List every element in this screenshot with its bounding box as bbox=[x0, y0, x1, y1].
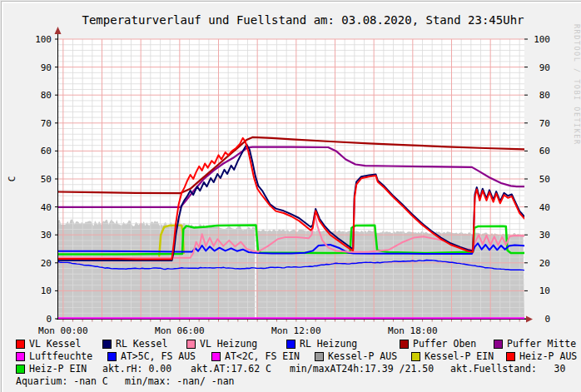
graph-title: Temperaturverlauf und Fuellstand am: 03.… bbox=[82, 13, 524, 27]
rrd-graph-window: Temperaturverlauf und Fuellstand am: 03.… bbox=[2, 2, 581, 392]
svg-text:60: 60 bbox=[539, 146, 550, 156]
svg-text:20: 20 bbox=[539, 258, 550, 269]
chart-canvas: Temperaturverlauf und Fuellstand am: 03.… bbox=[3, 3, 581, 392]
y-axis-title: C bbox=[7, 176, 17, 182]
svg-text:70: 70 bbox=[539, 118, 550, 129]
svg-text:90: 90 bbox=[41, 62, 52, 73]
svg-text:80: 80 bbox=[539, 90, 550, 101]
svg-text:40: 40 bbox=[41, 202, 52, 213]
rrdtool-watermark: RRDTOOL / TOBI OETIKER bbox=[573, 24, 581, 146]
svg-text:60: 60 bbox=[41, 146, 52, 156]
svg-text:30: 30 bbox=[41, 230, 52, 241]
svg-text:50: 50 bbox=[539, 174, 550, 185]
svg-text:Mon 12:00: Mon 12:00 bbox=[271, 325, 321, 336]
svg-text:Mon 18:00: Mon 18:00 bbox=[388, 325, 438, 336]
svg-text:Mon 00:00: Mon 00:00 bbox=[38, 325, 88, 336]
svg-text:Mon 06:00: Mon 06:00 bbox=[155, 325, 205, 336]
svg-text:10: 10 bbox=[539, 285, 550, 296]
svg-text:90: 90 bbox=[539, 62, 550, 73]
svg-text:50: 50 bbox=[41, 174, 52, 185]
svg-text:10: 10 bbox=[41, 285, 52, 296]
svg-text:20: 20 bbox=[41, 258, 52, 269]
svg-text:100: 100 bbox=[35, 34, 52, 45]
svg-text:0: 0 bbox=[544, 314, 550, 325]
svg-text:40: 40 bbox=[539, 202, 550, 213]
svg-text:100: 100 bbox=[534, 34, 550, 45]
svg-text:30: 30 bbox=[539, 230, 550, 241]
x-axis-arrow bbox=[526, 316, 533, 323]
y-axis-arrow bbox=[55, 27, 62, 34]
svg-text:70: 70 bbox=[41, 118, 52, 129]
svg-text:0: 0 bbox=[46, 314, 52, 325]
svg-text:80: 80 bbox=[41, 90, 52, 101]
